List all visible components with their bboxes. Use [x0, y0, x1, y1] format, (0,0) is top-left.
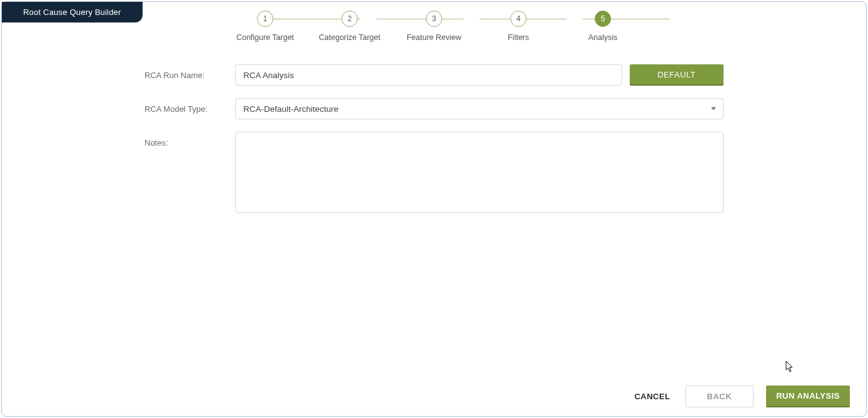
step-label: Filters	[508, 33, 529, 42]
notes-label: Notes:	[144, 132, 235, 147]
run-name-label: RCA Run Name:	[144, 64, 235, 80]
stepper-connector	[376, 19, 463, 19]
step-configure-target[interactable]: 1 Configure Target	[228, 11, 303, 42]
default-button[interactable]: DEFAULT	[630, 64, 724, 86]
run-analysis-button[interactable]: RUN ANALYSIS	[766, 386, 850, 407]
row-run-name: RCA Run Name: DEFAULT	[144, 64, 724, 86]
form-area: RCA Run Name: DEFAULT RCA Model Type: RC…	[144, 64, 724, 226]
step-label: Analysis	[588, 33, 618, 42]
step-number: 5	[595, 11, 611, 27]
step-filters[interactable]: 4 Filters	[481, 11, 556, 42]
step-label: Categorize Target	[319, 33, 380, 42]
run-name-input[interactable]	[235, 64, 622, 86]
page-title-tab: Root Cause Query Builder	[2, 2, 143, 22]
step-label: Feature Review	[406, 33, 462, 42]
footer-buttons: CANCEL BACK RUN ANALYSIS	[632, 386, 850, 407]
main-panel: Root Cause Query Builder 1 Configure Tar…	[1, 1, 867, 417]
step-feature-review[interactable]: 3 Feature Review	[396, 11, 472, 42]
step-number: 4	[510, 11, 527, 27]
model-type-selected: RCA-Default-Architecture	[243, 104, 338, 114]
cancel-button[interactable]: CANCEL	[632, 387, 672, 406]
notes-textarea[interactable]	[235, 132, 724, 213]
back-button[interactable]: BACK	[685, 386, 754, 407]
step-label: Configure Target	[236, 33, 294, 42]
row-notes: Notes:	[144, 132, 724, 213]
step-number: 3	[426, 11, 442, 27]
model-type-label: RCA Model Type:	[144, 98, 235, 114]
row-model-type: RCA Model Type: RCA-Default-Architecture	[144, 98, 724, 119]
stepper: 1 Configure Target 2 Categorize Target 3…	[228, 11, 640, 42]
step-number: 1	[257, 11, 273, 27]
model-type-select[interactable]: RCA-Default-Architecture	[235, 98, 724, 119]
step-number: 2	[341, 11, 358, 27]
page-title: Root Cause Query Builder	[23, 7, 121, 17]
step-categorize-target[interactable]: 2 Categorize Target	[312, 11, 387, 42]
step-analysis[interactable]: 5 Analysis	[565, 11, 640, 42]
